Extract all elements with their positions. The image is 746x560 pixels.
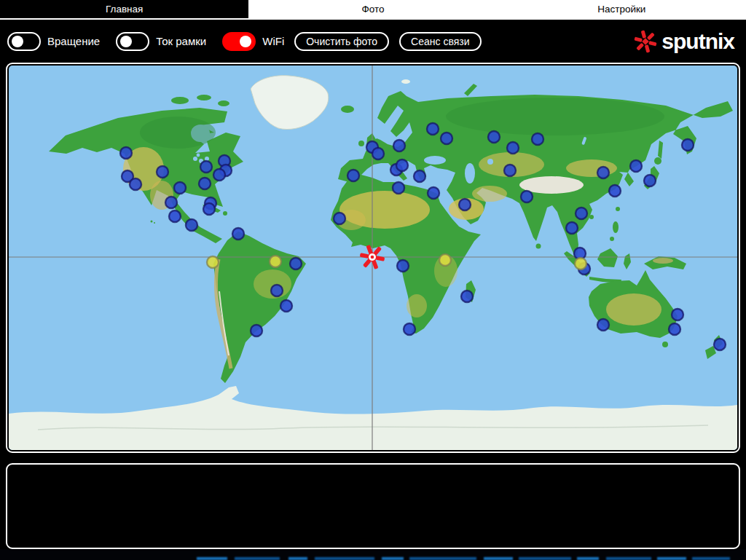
ground-station-blue bbox=[504, 165, 516, 176]
ground-station-blue bbox=[271, 285, 283, 296]
toggle-knob bbox=[12, 36, 23, 47]
ground-station-blue bbox=[186, 219, 197, 231]
ground-station-blue bbox=[169, 210, 181, 222]
ground-station-blue bbox=[414, 170, 425, 182]
toolbar: Вращение Ток рамки WiFi Очистить фото Се… bbox=[0, 20, 746, 63]
ground-station-blue bbox=[393, 140, 405, 151]
ground-station-blue bbox=[461, 291, 473, 302]
frame-current-toggle-label: Ток рамки bbox=[156, 35, 206, 47]
ground-station-blue bbox=[507, 142, 519, 154]
bottom-artifact-strip bbox=[0, 549, 746, 560]
toggle-knob bbox=[240, 36, 251, 47]
ground-station-blue bbox=[251, 325, 262, 336]
sputnix-logo: sputnix bbox=[632, 28, 739, 55]
ground-station-blue bbox=[393, 182, 404, 194]
ground-station-blue bbox=[199, 178, 211, 189]
ground-station-blue bbox=[672, 309, 683, 320]
rotation-toggle[interactable] bbox=[7, 32, 41, 51]
world-map-frame bbox=[6, 63, 740, 453]
ground-station-blue bbox=[609, 185, 621, 197]
ground-station-blue bbox=[597, 319, 609, 331]
ground-station-blue bbox=[203, 203, 215, 215]
sputnix-star-icon bbox=[632, 28, 659, 55]
ground-station-blue bbox=[165, 197, 177, 208]
ground-station-blue bbox=[521, 191, 533, 202]
ground-station-blue bbox=[597, 167, 609, 178]
ground-station-blue bbox=[232, 228, 244, 240]
ground-station-blue bbox=[488, 131, 500, 143]
ground-station-blue bbox=[157, 166, 168, 178]
telemetry-console-panel bbox=[6, 463, 740, 549]
ground-station-blue bbox=[682, 139, 694, 151]
ground-station-blue bbox=[290, 258, 302, 269]
tab-bar: Главная Фото Настройки bbox=[0, 0, 746, 18]
ground-station-blue bbox=[427, 123, 439, 135]
ground-station-yellow bbox=[207, 256, 219, 268]
ground-station-blue bbox=[396, 159, 408, 171]
clear-photo-button[interactable]: Очистить фото bbox=[294, 32, 389, 51]
ground-station-blue bbox=[532, 133, 543, 145]
ground-station-blue bbox=[714, 339, 726, 350]
ground-station-blue bbox=[576, 208, 587, 219]
tab-photo[interactable]: Фото bbox=[248, 0, 497, 18]
ground-station-blue bbox=[404, 323, 415, 335]
ground-station-blue bbox=[130, 178, 141, 190]
ground-station-blue bbox=[397, 260, 409, 272]
world-map bbox=[9, 66, 737, 450]
ground-station-blue bbox=[174, 182, 186, 194]
tab-main[interactable]: Главная bbox=[0, 0, 248, 18]
ground-station-blue bbox=[372, 148, 384, 159]
logo-text: sputnix bbox=[661, 29, 734, 54]
ground-station-blue bbox=[280, 300, 292, 312]
ground-station-blue bbox=[630, 160, 642, 172]
ground-station-blue bbox=[334, 213, 345, 224]
ground-station-blue bbox=[441, 133, 452, 144]
ground-station-blue bbox=[200, 161, 212, 173]
ground-station-blue bbox=[428, 187, 439, 199]
toggle-knob bbox=[120, 36, 132, 47]
ground-station-blue bbox=[213, 169, 225, 181]
app-window: Главная Фото Настройки Вращение Ток рамк… bbox=[0, 0, 746, 560]
ground-station-yellow bbox=[575, 258, 586, 269]
ground-station-yellow bbox=[270, 256, 281, 267]
wifi-toggle-label: WiFi bbox=[262, 35, 284, 47]
tab-settings[interactable]: Настройки bbox=[498, 0, 746, 18]
ground-station-blue bbox=[348, 170, 359, 181]
ground-station-yellow bbox=[439, 254, 451, 266]
ground-station-blue bbox=[459, 199, 471, 210]
ground-station-blue bbox=[644, 175, 656, 186]
comm-session-button[interactable]: Сеанс связи bbox=[399, 32, 481, 51]
ground-station-blue bbox=[120, 147, 132, 159]
wifi-toggle[interactable] bbox=[222, 32, 256, 51]
rotation-toggle-label: Вращение bbox=[47, 35, 100, 47]
ground-station-blue bbox=[669, 323, 680, 335]
ground-station-blue bbox=[566, 222, 578, 234]
frame-current-toggle[interactable] bbox=[116, 32, 149, 51]
